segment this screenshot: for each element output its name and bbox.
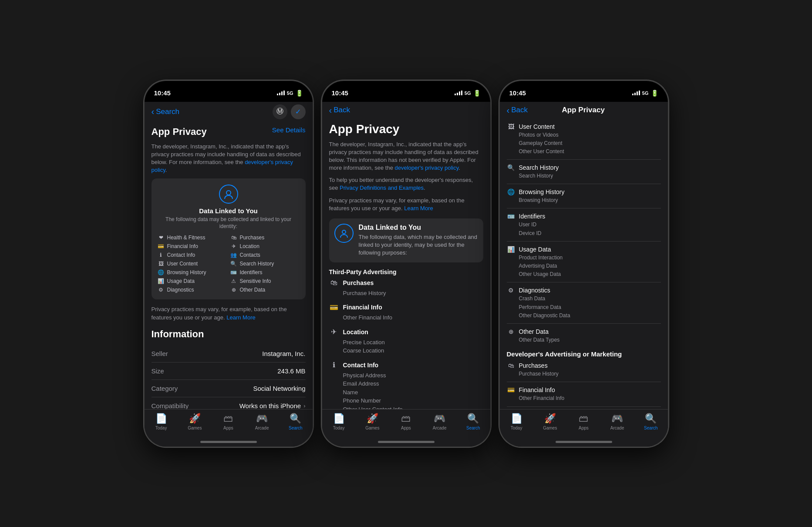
- p2-contact-icon: ℹ: [329, 360, 339, 370]
- tab-apps-1[interactable]: 🗃 Apps: [215, 413, 241, 430]
- app-privacy-desc-1: The developer, Instagram, Inc., indicate…: [152, 143, 306, 175]
- p2-financial: 💳 Financial Info Other Financial Info: [329, 302, 483, 322]
- network-3: 5G: [642, 91, 649, 96]
- app-privacy-title-2: App Privacy: [329, 122, 483, 136]
- back-label-3: Back: [511, 106, 528, 114]
- see-details-button[interactable]: See Details: [272, 126, 306, 134]
- compatibility-label: Compatibility: [152, 402, 189, 409]
- check-button-1[interactable]: ✓: [291, 104, 306, 119]
- p2-location-sub: Precise LocationCoarse Location: [329, 338, 483, 355]
- home-indicator-2: [378, 441, 435, 443]
- p2-financial-sub: Other Financial Info: [329, 313, 483, 322]
- signal-bars-3: [632, 91, 640, 95]
- privacy-policy-link-2[interactable]: developer's privacy policy: [395, 164, 459, 171]
- p2-location: ✈ Location Precise LocationCoarse Locati…: [329, 327, 483, 355]
- p3-dev-purchases: 🛍 Purchases Purchase History: [507, 361, 661, 378]
- privacy-item-contacts: 👥 Contacts: [230, 252, 300, 258]
- tab-search-2[interactable]: 🔍 Search: [460, 413, 486, 430]
- contact-label: Contact Info: [167, 252, 195, 258]
- today-icon-3: 📄: [511, 413, 522, 424]
- browsing-icon: 🌐: [158, 269, 165, 276]
- purchases-label: Purchases: [240, 235, 265, 241]
- battery-icon-1: 🔋: [296, 90, 303, 97]
- tab-bar-3: 📄 Today 🚀 Games 🗃 Apps 🎮 Arcade 🔍 Search: [500, 409, 668, 439]
- privacy-icon-2: [334, 224, 354, 243]
- p3-user-content: 🖼 User Content Photos or VideosGameplay …: [507, 122, 661, 156]
- tab-games-3[interactable]: 🚀 Games: [537, 413, 563, 430]
- phone-3: 10:45 5G 🔋 ‹ Back App Privacy: [499, 80, 669, 447]
- privacy-examples-link[interactable]: Privacy Definitions and Examples: [340, 185, 424, 191]
- p2-location-icon: ✈: [329, 327, 339, 337]
- nav-bar-3: ‹ Back App Privacy: [500, 102, 668, 117]
- privacy-item-health: ❤ Health & Fitness: [158, 234, 227, 241]
- info-row-category: Category Social Networking: [152, 380, 306, 397]
- tab-apps-3[interactable]: 🗃 Apps: [570, 413, 596, 430]
- privacy-item-purchases: 🛍 Purchases: [230, 234, 300, 241]
- apps-label-1: Apps: [223, 426, 233, 430]
- learn-more-link-2[interactable]: Learn More: [404, 205, 433, 211]
- p2-financial-title: Financial Info: [343, 304, 382, 311]
- category-label: Category: [152, 385, 178, 392]
- p3-dev-purchases-icon: 🛍: [507, 361, 516, 370]
- third-party-header: Third-Party Advertising: [329, 269, 483, 275]
- time-1: 10:45: [154, 89, 171, 97]
- tab-search-1[interactable]: 🔍 Search: [283, 413, 309, 430]
- arcade-label-3: Arcade: [610, 426, 624, 430]
- p3-usage-data: 📊 Usage Data Product InteractionAdvertis…: [507, 245, 661, 279]
- tab-games-1[interactable]: 🚀 Games: [182, 413, 208, 430]
- privacy-box-subtitle-1: The following data may be collected and …: [158, 216, 300, 230]
- p3-identifiers-sub: User IDDevice ID: [507, 221, 661, 237]
- sensitive-icon: ⚠: [230, 278, 237, 285]
- back-button-3[interactable]: ‹ Back: [507, 105, 528, 115]
- user-content-icon: 🖼: [158, 260, 165, 267]
- tab-bar-2: 📄 Today 🚀 Games 🗃 Apps 🎮 Arcade 🔍 Search: [322, 409, 490, 439]
- tab-search-3[interactable]: 🔍 Search: [638, 413, 664, 430]
- p3-usage-sub: Product InteractionAdvertising DataOther…: [507, 254, 661, 279]
- p2-contact-title: Contact Info: [343, 362, 379, 369]
- nav-bar-2: ‹ Back: [322, 102, 490, 117]
- apps-label-3: Apps: [579, 426, 589, 430]
- tab-arcade-3[interactable]: 🎮 Arcade: [604, 413, 630, 430]
- learn-more-link-1[interactable]: Learn More: [226, 314, 255, 321]
- back-button-1[interactable]: ‹ Search: [152, 107, 180, 117]
- apps-icon-2: 🗃: [401, 413, 411, 424]
- status-icons-2: 5G 🔋: [455, 90, 481, 97]
- p3-dev-purchases-sub: Purchase History: [507, 370, 661, 378]
- privacy-item-other: ⊕ Other Data: [230, 286, 300, 293]
- seller-value: Instagram, Inc.: [262, 350, 305, 357]
- tab-apps-2[interactable]: 🗃 Apps: [393, 413, 419, 430]
- p3-user-content-icon: 🖼: [507, 122, 516, 131]
- arcade-label-1: Arcade: [255, 426, 269, 430]
- financial-label: Financial Info: [167, 243, 198, 249]
- size-value: 243.6 MB: [277, 367, 305, 375]
- tab-today-1[interactable]: 📄 Today: [148, 413, 174, 430]
- p3-diagnostics-sub: Crash DataPerformance DataOther Diagnost…: [507, 295, 661, 320]
- tab-arcade-2[interactable]: 🎮 Arcade: [427, 413, 453, 430]
- privacy-box-title-1: Data Linked to You: [199, 207, 257, 215]
- arcade-icon-3: 🎮: [611, 413, 623, 424]
- info-row-compatibility[interactable]: Compatibility Works on this iPhone ›: [152, 397, 306, 409]
- user-content-label: User Content: [167, 261, 198, 267]
- tab-games-2[interactable]: 🚀 Games: [359, 413, 385, 430]
- games-label-3: Games: [543, 426, 557, 430]
- tab-today-2[interactable]: 📄 Today: [326, 413, 352, 430]
- p3-search-title: Search History: [519, 164, 559, 171]
- threads-badge-1[interactable]: Ⓜ: [273, 104, 287, 119]
- screen-2: ‹ Back App Privacy The developer, Instag…: [322, 102, 490, 446]
- arcade-label-2: Arcade: [433, 426, 447, 430]
- p3-browsing-sub: Browsing History: [507, 196, 661, 205]
- tab-today-3[interactable]: 📄 Today: [503, 413, 529, 430]
- p2-purchases-sub: Purchase History: [329, 289, 483, 298]
- today-label-1: Today: [155, 426, 167, 430]
- status-icons-1: 5G 🔋: [277, 90, 303, 97]
- back-button-2[interactable]: ‹ Back: [329, 105, 350, 115]
- p3-diagnostics-title: Diagnostics: [519, 287, 550, 294]
- tab-arcade-1[interactable]: 🎮 Arcade: [249, 413, 275, 430]
- dev-ad-section-title: Developer's Advertising or Marketing: [507, 350, 661, 358]
- threads-icon-1: Ⓜ: [276, 107, 283, 116]
- arcade-icon-2: 🎮: [434, 413, 445, 424]
- contacts-icon: 👥: [230, 252, 237, 258]
- privacy-item-browsing: 🌐 Browsing History: [158, 269, 227, 276]
- network-2: 5G: [465, 91, 471, 96]
- privacy-box-2: Data Linked to You The following data, w…: [329, 218, 483, 262]
